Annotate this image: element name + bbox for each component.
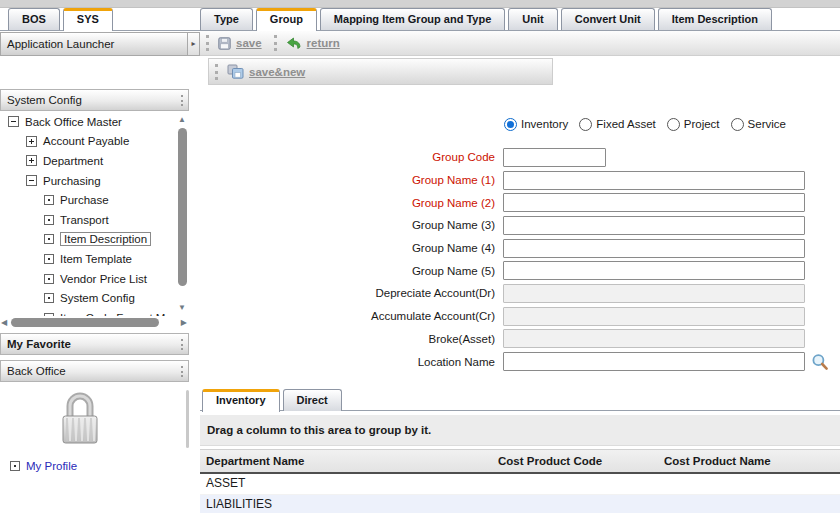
tab-sys[interactable]: SYS — [63, 8, 113, 31]
radio-project[interactable]: Project — [667, 118, 720, 131]
form-row-broke-asset: Broke(Asset) — [200, 328, 829, 351]
radio-button-icon[interactable] — [579, 118, 592, 131]
table-cell: LIABILITIES — [200, 495, 492, 513]
tree-item-vendor-price-list[interactable]: Vendor Price List — [0, 269, 175, 289]
tree-expand-icon[interactable] — [26, 155, 37, 166]
return-arrow-icon — [286, 37, 302, 49]
table-row-asset[interactable]: ASSET — [200, 474, 840, 495]
field-label: Accumulate Account(Cr) — [200, 310, 503, 322]
tree-item-department[interactable]: Department — [0, 151, 175, 171]
tree-item-system-config[interactable]: System Config — [0, 288, 175, 308]
group-type-radio-row: InventoryFixed AssetProjectService — [504, 115, 786, 133]
radio-inventory[interactable]: Inventory — [504, 118, 568, 131]
tree-item-label: Account Payable — [43, 135, 129, 147]
navigation-tree: Back Office MasterAccount PayableDepartm… — [0, 112, 175, 316]
tree-item-item-description[interactable]: Item Description — [0, 230, 175, 250]
tree-leaf-icon[interactable] — [44, 234, 54, 244]
tab-type[interactable]: Type — [200, 8, 253, 30]
tab-unit[interactable]: Unit — [508, 8, 557, 30]
tree-leaf-icon — [10, 461, 20, 471]
sidebar-section-back-office[interactable]: Back Office — [0, 360, 189, 382]
tree-leaf-icon[interactable] — [44, 215, 54, 225]
return-button[interactable]: return — [286, 37, 340, 49]
column-header-cost-product-code[interactable]: Cost Product Code — [492, 455, 658, 467]
radio-service[interactable]: Service — [731, 118, 786, 131]
tab-convert-unit[interactable]: Convert Unit — [561, 8, 655, 30]
group-name-3-input[interactable] — [503, 216, 805, 235]
tree-leaf-icon[interactable] — [44, 195, 54, 205]
tab-bos[interactable]: BOS — [8, 8, 60, 30]
radio-button-icon[interactable] — [667, 118, 680, 131]
scroll-right-icon[interactable]: ▶ — [181, 319, 187, 327]
tree-expand-icon[interactable] — [26, 136, 37, 147]
column-header-cost-product-name[interactable]: Cost Product Name — [658, 455, 840, 467]
my-profile-link[interactable]: My Profile — [10, 460, 77, 472]
group-name-5-input[interactable] — [503, 261, 805, 280]
table-cell — [658, 495, 840, 513]
group-name-4-input[interactable] — [503, 239, 805, 258]
group-code-input[interactable] — [503, 148, 606, 167]
tree-leaf-icon[interactable] — [44, 254, 54, 264]
grid-groupby-dropzone[interactable]: Drag a column to this area to group by i… — [200, 415, 840, 446]
save-and-new-button[interactable]: save&new — [227, 64, 305, 79]
tree-item-transport[interactable]: Transport — [0, 210, 175, 230]
window-top-strip — [0, 0, 840, 8]
detail-tabs: InventoryDirect — [202, 389, 345, 411]
launcher-collapse-button[interactable]: ▸ — [188, 32, 200, 56]
location-name-input[interactable] — [503, 352, 805, 371]
group-name-1-input[interactable] — [503, 171, 805, 190]
field-label: Group Name (4) — [200, 242, 503, 254]
radio-button-icon[interactable] — [504, 118, 517, 131]
tree-leaf-icon[interactable] — [44, 293, 54, 303]
save-button[interactable]: save — [218, 37, 262, 50]
panel-scrollbar[interactable] — [186, 390, 189, 448]
search-icon[interactable] — [811, 353, 829, 371]
tree-vertical-scrollbar[interactable]: ▲ ▼ — [175, 112, 189, 316]
horizontal-scroll-thumb[interactable] — [11, 318, 159, 327]
field-label: Broke(Asset) — [200, 333, 503, 345]
tree-item-account-payable[interactable]: Account Payable — [0, 132, 175, 152]
tree-item-label: Transport — [60, 214, 109, 226]
group-name-2-input[interactable] — [503, 193, 805, 212]
groupby-hint-text: Drag a column to this area to group by i… — [207, 424, 431, 436]
application-launcher-header[interactable]: Application Launcher — [0, 32, 188, 56]
sidebar-section-system-config[interactable]: System Config — [0, 89, 189, 111]
tree-item-item-code-format-mast[interactable]: Item Code Format Mast — [0, 308, 175, 316]
toolbar-grip — [274, 35, 277, 51]
form-row-group-name-2: Group Name (2) — [200, 191, 829, 214]
tree-item-back-office-master[interactable]: Back Office Master — [0, 112, 175, 132]
table-row-liabilities[interactable]: LIABILITIES — [200, 495, 840, 513]
scroll-down-icon[interactable]: ▼ — [178, 304, 186, 312]
column-header-department-name[interactable]: Department Name — [200, 455, 492, 467]
tree-horizontal-scrollbar[interactable]: ◀ ▶ — [0, 316, 189, 330]
vertical-scroll-thumb[interactable] — [178, 128, 187, 286]
tree-collapse-icon[interactable] — [8, 116, 19, 127]
radio-label: Inventory — [521, 118, 568, 130]
scroll-up-icon[interactable]: ▲ — [178, 116, 186, 124]
tab-group[interactable]: Group — [256, 8, 317, 31]
tab-mapping-item-group-and-type[interactable]: Mapping Item Group and Type — [320, 8, 505, 30]
depreciate-account-dr-input — [503, 284, 805, 303]
tree-item-label: Purchasing — [43, 175, 101, 187]
tree-item-item-template[interactable]: Item Template — [0, 249, 175, 269]
section-title: System Config — [7, 94, 82, 106]
scroll-left-icon[interactable]: ◀ — [1, 319, 7, 327]
form-row-group-name-1: Group Name (1) — [200, 169, 829, 192]
section-title: My Favorite — [7, 338, 71, 350]
tab-item-description[interactable]: Item Description — [658, 8, 772, 30]
radio-fixed-asset[interactable]: Fixed Asset — [579, 118, 655, 131]
form-row-location-name: Location Name — [200, 350, 829, 373]
toolbar-grip — [206, 35, 209, 51]
detail-tab-inventory[interactable]: Inventory — [202, 389, 280, 412]
tree-item-purchase[interactable]: Purchase — [0, 190, 175, 210]
tree-item-purchasing[interactable]: Purchasing — [0, 171, 175, 191]
radio-label: Fixed Asset — [596, 118, 655, 130]
field-label: Group Code — [200, 151, 503, 163]
radio-label: Service — [748, 118, 786, 130]
sidebar-section-my-favorite[interactable]: My Favorite — [0, 333, 189, 355]
save-icon — [218, 37, 231, 50]
detail-tab-direct[interactable]: Direct — [283, 389, 342, 411]
radio-button-icon[interactable] — [731, 118, 744, 131]
tree-collapse-icon[interactable] — [26, 175, 37, 186]
tree-leaf-icon[interactable] — [44, 274, 54, 284]
